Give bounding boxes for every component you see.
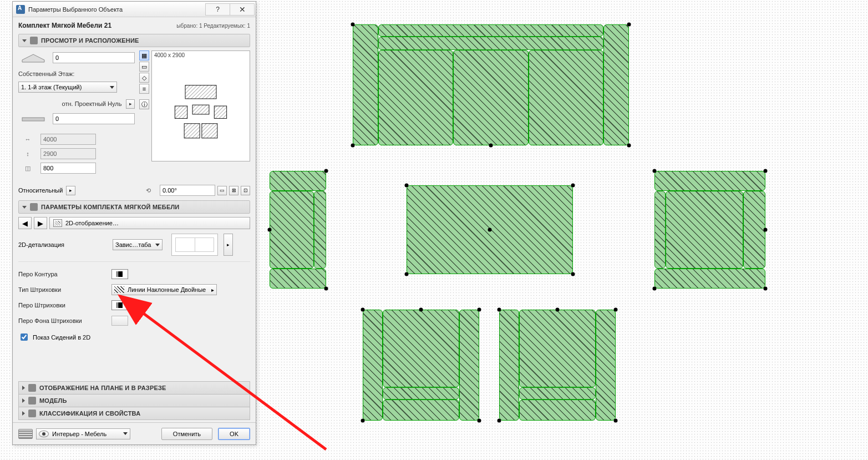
chevron-down-icon <box>110 86 114 89</box>
chevron-right-icon <box>22 411 25 416</box>
sofa-object[interactable] <box>353 24 629 145</box>
detail-value: Завис…таба <box>115 241 151 248</box>
svg-rect-8 <box>202 124 217 138</box>
mirror-x-button[interactable]: ▭ <box>217 186 227 195</box>
section-icon <box>30 203 38 211</box>
page-prev-button[interactable]: ◀ <box>18 217 32 229</box>
story-value: 1. 1-й этаж (Текущий) <box>21 84 82 90</box>
page-selector[interactable]: 2D-отображение… <box>49 217 250 229</box>
chevron-right-icon <box>22 386 25 390</box>
svg-rect-3 <box>185 85 216 99</box>
hatch-type-combo[interactable]: Линии Наклонные Двойные ▸ <box>111 284 217 295</box>
section-title: ПРОСМОТР И РАСПОЛОЖЕНИЕ <box>41 37 139 44</box>
chevron-down-icon <box>155 244 160 246</box>
svg-marker-0 <box>22 54 44 62</box>
section-icon <box>28 397 36 405</box>
contour-pen-label: Перо Контура <box>18 271 107 277</box>
bottom-elevation-input[interactable]: 0 <box>53 113 135 124</box>
dim-c-icon: ◫ <box>18 163 37 173</box>
section-icon <box>28 410 36 417</box>
detail-combo[interactable]: Завис…таба <box>113 239 163 250</box>
dim-c-input[interactable]: 800 <box>40 163 96 174</box>
close-button[interactable]: ✕ <box>230 3 255 16</box>
section-plan-display[interactable]: ОТОБРАЖЕНИЕ НА ПЛАНЕ И В РАЗРЕЗЕ <box>18 381 250 395</box>
project-zero-button[interactable]: ▸ <box>126 99 135 109</box>
rotate-icon: ⟲ <box>139 185 158 195</box>
chevron-down-icon <box>22 39 27 42</box>
section-title: МОДЕЛЬ <box>39 397 67 404</box>
angle-mode-label: Относительный <box>18 187 63 194</box>
section-classification[interactable]: КЛАССИФИКАЦИЯ И СВОЙСТВА <box>18 407 250 420</box>
project-zero-label: отн. Проектный Нуль <box>18 100 124 107</box>
page-label: 2D-отображение… <box>65 220 119 226</box>
dim-a-icon: ↔ <box>18 134 37 144</box>
armchair-bottom-right[interactable] <box>499 310 616 421</box>
dialog-titlebar[interactable]: Параметры Выбранного Объекта ? ✕ <box>13 2 256 17</box>
view-info-button[interactable]: ⓘ <box>139 99 149 109</box>
hatch-bg-pen-swatch[interactable] <box>111 316 128 326</box>
section-icon <box>30 37 38 44</box>
armchair-left[interactable] <box>270 171 326 289</box>
cancel-button[interactable]: Отменить <box>161 428 212 440</box>
section-title: ОТОБРАЖЕНИЕ НА ПЛАНЕ И В РАЗРЕЗЕ <box>39 385 166 391</box>
armchair-bottom-left[interactable] <box>363 310 479 421</box>
section-title: ПАРАМЕТРЫ КОМПЛЕКТА МЯГКОЙ МЕБЕЛИ <box>41 204 179 210</box>
view-3d-button[interactable]: ◇ <box>139 73 149 83</box>
hatch-bg-pen-label: Перо Фона Штриховки <box>18 317 107 324</box>
detail-preview <box>171 234 218 256</box>
dim-b-input[interactable]: 2900 <box>40 148 96 159</box>
preview-box[interactable]: 4000 x 2900 <box>151 50 250 161</box>
svg-rect-7 <box>184 124 200 138</box>
ok-button[interactable]: OK <box>218 428 250 440</box>
detail-next-button[interactable]: ▸ <box>224 234 233 256</box>
section-object-params[interactable]: ПАРАМЕТРЫ КОМПЛЕКТА МЯГКОЙ МЕБЕЛИ <box>18 200 250 214</box>
object-name: Комплект Мягкой Мебели 21 <box>18 22 111 29</box>
chevron-down-icon <box>123 432 128 435</box>
armchair-right[interactable] <box>654 171 765 289</box>
page-icon <box>53 219 62 227</box>
bottom-elevation-icon <box>18 112 49 126</box>
svg-rect-6 <box>192 105 209 114</box>
show-seats-label: Показ Сидений в 2D <box>33 334 90 341</box>
view-front-button[interactable]: ▭ <box>139 62 149 72</box>
hatch-pen-swatch[interactable] <box>111 300 128 310</box>
eye-icon <box>39 431 49 437</box>
object-settings-dialog: Параметры Выбранного Объекта ? ✕ Комплек… <box>12 1 256 445</box>
layer-combo[interactable]: Интерьер - Мебель <box>36 428 130 439</box>
dialog-title: Параметры Выбранного Объекта <box>28 6 206 13</box>
hatch-preview-icon <box>114 286 124 293</box>
top-elevation-input[interactable]: 0 <box>53 52 135 63</box>
angle-mode-button[interactable]: ▸ <box>66 186 75 195</box>
top-elevation-icon <box>18 50 49 65</box>
contour-pen-swatch[interactable] <box>111 269 128 279</box>
help-button[interactable]: ? <box>205 3 230 16</box>
section-model[interactable]: МОДЕЛЬ <box>18 394 250 407</box>
mirror-y-button[interactable]: ⊠ <box>229 186 238 195</box>
hatch-type-label: Тип Штриховки <box>18 286 107 293</box>
view-plan-button[interactable]: ▦ <box>139 50 149 60</box>
show-seats-checkbox[interactable] <box>21 333 28 341</box>
detail-label: 2D-детализация <box>18 241 107 248</box>
hatch-pen-label: Перо Штриховки <box>18 302 107 309</box>
table-object[interactable] <box>407 185 573 274</box>
dim-a-input[interactable]: 4000 <box>40 134 96 145</box>
story-combo[interactable]: 1. 1-й этаж (Текущий) <box>18 82 117 93</box>
page-next-button[interactable]: ▶ <box>34 217 47 229</box>
section-icon <box>28 384 36 392</box>
section-preview-position[interactable]: ПРОСМОТР И РАСПОЛОЖЕНИЕ <box>18 34 250 47</box>
angle-input[interactable]: 0.00° <box>160 185 215 196</box>
svg-rect-5 <box>214 106 226 118</box>
mirror-z-button[interactable]: ⊡ <box>241 186 250 195</box>
chevron-right-icon: ▸ <box>211 287 214 293</box>
dim-b-icon: ↕ <box>18 149 37 159</box>
svg-rect-4 <box>175 106 187 118</box>
app-icon <box>16 5 25 14</box>
own-story-label: Собственный Этаж: <box>18 68 135 79</box>
section-title: КЛАССИФИКАЦИЯ И СВОЙСТВА <box>39 410 140 417</box>
hatch-type-value: Линии Наклонные Двойные <box>128 286 206 293</box>
chevron-down-icon <box>22 206 27 209</box>
layer-name: Интерьер - Мебель <box>52 431 106 437</box>
view-list-button[interactable]: ≡ <box>139 84 149 94</box>
layer-icon <box>18 429 33 439</box>
chevron-right-icon <box>22 398 25 403</box>
